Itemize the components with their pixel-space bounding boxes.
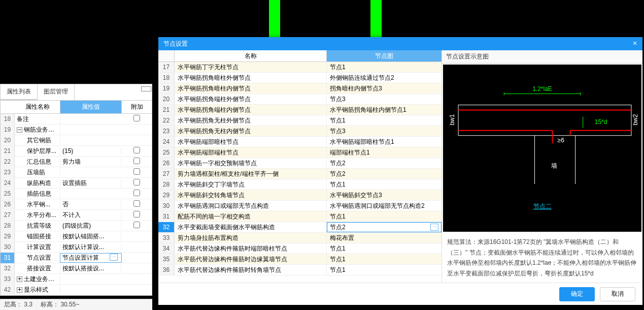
table-row[interactable]: 35水平筋代替边缘构件箍筋时边缘翼墙节点节点1 xyxy=(158,254,442,265)
prop-row[interactable]: 18备注 xyxy=(1,114,152,125)
cancel-button[interactable]: 取消 xyxy=(600,287,635,301)
tab-properties[interactable]: 属性列表 xyxy=(1,84,38,100)
close-icon[interactable]: × xyxy=(630,39,639,48)
prop-row[interactable]: 24纵筋构造设置插筋 xyxy=(1,178,152,189)
extra-checkbox[interactable] xyxy=(133,115,140,121)
extra-checkbox[interactable] xyxy=(133,211,140,218)
table-row[interactable]: 29水平钢筋斜交转角墙节点水平钢筋斜交节点3 xyxy=(158,190,442,201)
dialog-titlebar[interactable]: 节点设置 × xyxy=(158,37,642,50)
prop-row[interactable]: 33+土建业务属性 xyxy=(1,274,152,285)
table-row[interactable]: 24水平钢筋端部暗柱节点水平钢筋端部暗柱节点1 xyxy=(158,137,442,147)
ok-button[interactable]: 确定 xyxy=(559,287,595,301)
table-row[interactable]: 34水平筋代替边缘构件箍筋时端部暗柱节点节点1 xyxy=(158,243,442,254)
extra-checkbox[interactable] xyxy=(133,200,140,207)
info-pane: 节点设置示意图 1.2*laE 15*d xyxy=(442,50,642,283)
prop-row[interactable]: 26水平钢...否 xyxy=(1,199,152,210)
table-row[interactable]: 26水平钢筋一字相交预制墙节点节点2 xyxy=(158,158,442,169)
extra-checkbox[interactable] xyxy=(133,190,140,196)
prop-header-value[interactable]: 属性值 xyxy=(60,101,121,113)
panel-collapse-handle[interactable] xyxy=(141,86,151,91)
col-name[interactable]: 名称 xyxy=(175,50,327,61)
prop-row[interactable]: 21保护层厚...(15) xyxy=(1,146,152,157)
table-row[interactable]: 25水平钢筋端部端柱节点端部端柱节点1 xyxy=(158,147,442,158)
prop-row[interactable]: 32搭接设置按默认搭接设... xyxy=(1,263,152,274)
info-title: 节点设置示意图 xyxy=(442,50,642,64)
table-row[interactable]: 36水平筋代替边缘构件箍筋时转角墙节点节点1 xyxy=(158,265,442,275)
prop-row[interactable]: 31节点设置节点设置计算⋯ xyxy=(1,253,152,263)
svg-text:≥6: ≥6 xyxy=(558,137,565,144)
table-row[interactable]: 32水平变截面墙变截面侧水平钢筋构造节点2⋯ xyxy=(158,222,442,233)
extra-checkbox[interactable] xyxy=(133,147,140,153)
dialog-title-text: 节点设置 xyxy=(163,40,188,48)
svg-text:1.2*laE: 1.2*laE xyxy=(532,85,552,92)
prop-row[interactable]: 27水平分布...不计入 xyxy=(1,210,152,221)
table-row[interactable]: 31配筋不同的墙一字相交构造节点1 xyxy=(158,211,442,222)
extra-checkbox[interactable] xyxy=(133,222,140,228)
tab-layers[interactable]: 图层管理 xyxy=(38,84,75,100)
table-row[interactable]: 17水平钢筋丁字无柱节点节点1 xyxy=(158,62,442,73)
svg-text:bw2: bw2 xyxy=(632,114,639,125)
prop-row[interactable]: 25插筋信息 xyxy=(1,189,152,199)
more-icon[interactable]: ⋯ xyxy=(430,224,438,231)
prop-row[interactable]: 22汇总信息剪力墙 xyxy=(1,157,152,167)
status-bar: 层高： 3.3 标高： 30.55~ xyxy=(0,299,152,310)
prop-row[interactable]: 42+显示样式 xyxy=(1,285,152,295)
svg-text:墙: 墙 xyxy=(551,162,557,169)
svg-text:bw1: bw1 xyxy=(449,114,456,125)
svg-text:15*d: 15*d xyxy=(595,118,607,126)
algorithm-note: 规范算法：来源16G101-1第72页的 "翼墙水平钢筋构造（二）和（三）" 节… xyxy=(442,233,642,283)
prop-row[interactable]: 20其它钢筋 xyxy=(1,135,152,146)
prop-row[interactable]: 28抗震等级(四级抗震) xyxy=(1,221,152,231)
prop-row[interactable]: 19−钢筋业务属性 xyxy=(1,125,152,135)
table-row[interactable]: 28水平钢筋斜交丁字墙节点节点1 xyxy=(158,179,442,190)
node-table: 名称 节点图 17水平钢筋丁字无柱节点节点118水平钢筋拐角暗柱外侧节点外侧钢筋… xyxy=(158,50,442,283)
svg-text:节点二: 节点二 xyxy=(533,203,552,210)
prop-row[interactable]: 29锚固搭接按默认锚固搭... xyxy=(1,231,152,242)
prop-row[interactable]: 30计算设置按默认计算设... xyxy=(1,242,152,253)
prop-header-name: 属性名称 xyxy=(15,101,60,113)
more-icon[interactable]: ⋯ xyxy=(110,254,118,261)
extra-checkbox[interactable] xyxy=(133,179,140,185)
table-row[interactable]: 22水平钢筋拐角无柱外侧节点节点1 xyxy=(158,115,442,126)
extra-checkbox[interactable] xyxy=(133,168,140,175)
prop-header-extra: 附加 xyxy=(121,101,152,113)
col-node-image[interactable]: 节点图 xyxy=(327,50,442,61)
table-row[interactable]: 19水平钢筋拐角暗柱内侧节点拐角暗柱内侧节点3 xyxy=(158,83,442,94)
prop-row[interactable]: 23压墙筋 xyxy=(1,167,152,178)
table-row[interactable]: 27剪力墙遇框架柱/框支柱/端柱平齐一侧节点2 xyxy=(158,169,442,179)
node-diagram: 1.2*laE 15*d ≥6 xyxy=(443,65,641,232)
node-settings-dialog: 节点设置 × 名称 节点图 17水平钢筋丁字无柱节点节点118水平钢筋拐角暗柱外… xyxy=(158,37,642,305)
table-row[interactable]: 23水平钢筋拐角无柱内侧节点节点3 xyxy=(158,126,442,137)
table-row[interactable]: 30水平钢筋遇洞口或端部无节点构造水平钢筋遇洞口或端部无节点构造2 xyxy=(158,201,442,211)
table-row[interactable]: 20水平钢筋拐角端柱外侧节点节点3 xyxy=(158,94,442,105)
properties-panel: 属性列表 图层管理 属性名称 属性值 附加 18备注19−钢筋业务属性20其它钢… xyxy=(0,84,152,296)
table-row[interactable]: 18水平钢筋拐角暗柱外侧节点外侧钢筋连续通过节点2 xyxy=(158,73,442,83)
table-row[interactable]: 21水平钢筋拐角端柱内侧节点水平钢筋拐角端柱内侧节点1 xyxy=(158,105,442,115)
table-row[interactable]: 33剪力墙身拉筋布置构造梅花布置 xyxy=(158,233,442,243)
extra-checkbox[interactable] xyxy=(133,158,140,164)
